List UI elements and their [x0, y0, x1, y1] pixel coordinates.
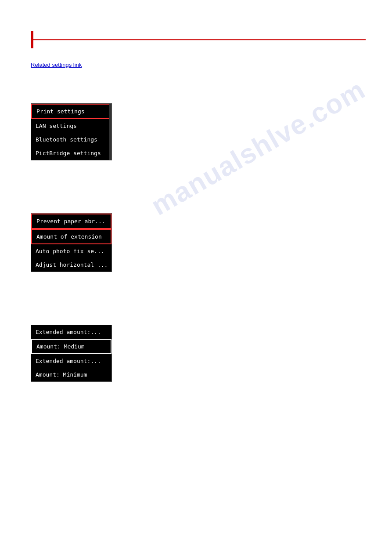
menu-item-adjust-horizontal[interactable]: Adjust horizontal ... [31, 258, 111, 272]
menu-section-2: Prevent paper abr... Amount of extension… [31, 209, 392, 272]
menu-item-amount-minimum[interactable]: Amount: Minimum [31, 368, 111, 381]
related-link[interactable]: Related settings link [31, 62, 392, 68]
menu-item-extended-amount-1[interactable]: Extended amount:... [31, 325, 111, 339]
top-bar-section [0, 31, 392, 48]
menu-section-1: Print settings LAN settings Bluetooth se… [31, 99, 392, 160]
menu-item-amount-medium[interactable]: Amount: Medium [31, 339, 111, 354]
red-horizontal-rule [33, 39, 366, 40]
menu-section-3: Extended amount:... Amount: Medium Exten… [31, 320, 392, 382]
menu-item-print-settings[interactable]: Print settings [31, 104, 111, 119]
scrollbar-thumb[interactable] [109, 104, 111, 126]
settings-menu-3: Extended amount:... Amount: Medium Exten… [31, 325, 112, 382]
menu-item-extended-amount-2[interactable]: Extended amount:... [31, 354, 111, 368]
menu-item-amount-extension[interactable]: Amount of extension [31, 229, 111, 244]
settings-menu-1: Print settings LAN settings Bluetooth se… [31, 103, 112, 160]
menu-item-prevent-paper[interactable]: Prevent paper abr... [31, 214, 111, 229]
menu-item-lan-settings[interactable]: LAN settings [31, 119, 111, 133]
settings-menu-2: Prevent paper abr... Amount of extension… [31, 213, 112, 272]
menu-item-bluetooth-settings[interactable]: Bluetooth settings [31, 133, 111, 146]
menu-item-pictbridge-settings[interactable]: PictBridge settings [31, 146, 111, 160]
menu-item-auto-photo[interactable]: Auto photo fix se... [31, 244, 111, 258]
